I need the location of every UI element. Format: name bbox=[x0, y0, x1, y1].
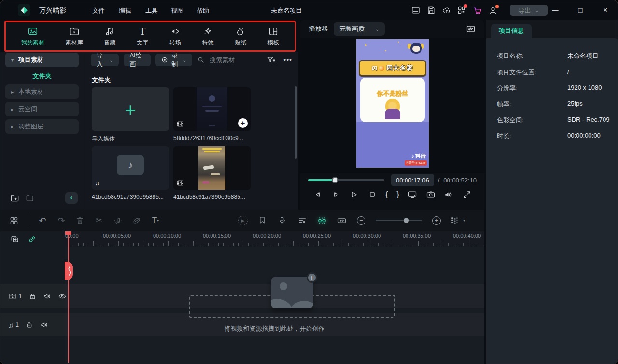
lock-icon[interactable] bbox=[28, 292, 37, 301]
store-cart-icon[interactable] bbox=[473, 5, 482, 15]
save-icon[interactable] bbox=[426, 5, 436, 15]
sidebar-item-folder[interactable]: 文件夹 bbox=[0, 72, 84, 81]
menu-file[interactable]: 文件 bbox=[92, 6, 105, 15]
tab-project-info[interactable]: 项目信息 bbox=[491, 24, 532, 38]
stop-icon[interactable] bbox=[367, 190, 377, 199]
play-icon[interactable] bbox=[349, 190, 359, 199]
track-height-icon[interactable] bbox=[449, 216, 459, 225]
second-display-icon[interactable] bbox=[407, 190, 417, 199]
close-button[interactable]: ✕ bbox=[600, 5, 611, 15]
seek-slider[interactable] bbox=[308, 179, 384, 181]
menu-edit[interactable]: 编辑 bbox=[119, 6, 131, 15]
playhead-handle[interactable] bbox=[65, 262, 73, 280]
subtitle-list-icon[interactable] bbox=[297, 216, 307, 225]
project-info-body: 项目名称: 未命名项目 项目文件位置: / 分辨率: 1920 x 1080 帧… bbox=[486, 38, 618, 364]
tab-stickers[interactable]: 贴纸 bbox=[235, 26, 246, 47]
undo-icon[interactable]: ↶ bbox=[38, 216, 47, 225]
snapshot-camera-icon[interactable] bbox=[426, 190, 435, 199]
media-item-label: 导入媒体 bbox=[92, 135, 169, 143]
sidebar-item-project-media[interactable]: ▾ 项目素材 bbox=[5, 53, 79, 67]
workspace-layout-icon[interactable] bbox=[411, 5, 421, 15]
new-folder-icon[interactable] bbox=[10, 193, 20, 203]
sidebar-item-cloud-space[interactable]: ▸ 云空间 bbox=[5, 102, 79, 116]
next-frame-icon[interactable] bbox=[331, 190, 341, 199]
media-item-video[interactable]: + bbox=[173, 87, 251, 131]
mute-speaker-icon[interactable] bbox=[40, 321, 49, 329]
cloud-upload-icon[interactable] bbox=[442, 5, 451, 15]
folder-icon[interactable] bbox=[26, 194, 34, 202]
search-input[interactable] bbox=[209, 56, 262, 64]
seek-fill bbox=[308, 179, 335, 181]
media-item-audio[interactable]: ♪ ♫ bbox=[92, 146, 169, 190]
field-label: 项目名称: bbox=[497, 52, 524, 60]
filter-icon[interactable] bbox=[267, 56, 276, 65]
ai-painting-button[interactable]: AI绘画 bbox=[124, 54, 151, 66]
quality-select[interactable]: 完整画质 ⌄ bbox=[334, 22, 385, 36]
media-folder-icon bbox=[69, 26, 80, 37]
voiceover-mic-icon[interactable] bbox=[278, 216, 287, 225]
fullscreen-icon[interactable] bbox=[462, 190, 472, 199]
project-info-panel: 项目信息 项目名称: 未命名项目 项目文件位置: / 分辨率: 1920 x 1… bbox=[486, 20, 618, 364]
redo-icon[interactable]: ↷ bbox=[56, 216, 66, 225]
add-to-timeline-button[interactable]: + bbox=[238, 118, 248, 128]
mark-in-icon[interactable]: { bbox=[385, 190, 388, 199]
video-preview[interactable]: ✦ ✦ ✦ ✦ ✦ 闪 四大名著 你不是粉丝 bbox=[356, 39, 429, 168]
record-button[interactable]: 录制 ⌄ bbox=[155, 54, 192, 66]
hide-track-eye-icon[interactable] bbox=[58, 292, 67, 301]
import-media-tile[interactable]: ＋ bbox=[92, 87, 169, 131]
export-button[interactable]: 导出 ⌄ bbox=[510, 5, 548, 16]
maximize-button[interactable]: □ bbox=[575, 5, 586, 15]
more-options-icon[interactable]: ••• bbox=[283, 56, 292, 64]
zoom-knob[interactable] bbox=[404, 218, 409, 223]
tab-templates[interactable]: 模板 bbox=[267, 26, 279, 47]
player-controls: { } bbox=[300, 190, 484, 199]
previous-frame-icon[interactable] bbox=[313, 190, 323, 199]
marker-icon[interactable] bbox=[258, 216, 267, 225]
plugins-grid-icon[interactable] bbox=[457, 5, 466, 15]
tab-effects[interactable]: 特效 bbox=[202, 26, 214, 47]
media-scrollbar[interactable] bbox=[295, 86, 297, 159]
menu-view[interactable]: 视图 bbox=[171, 6, 183, 15]
fit-timeline-icon[interactable] bbox=[337, 216, 347, 225]
timeline-layout-icon[interactable] bbox=[9, 216, 19, 225]
lock-icon[interactable] bbox=[25, 321, 34, 329]
sidebar-item-adjustment-layer[interactable]: ▸ 调整图层 bbox=[5, 119, 79, 134]
detach-audio-icon[interactable] bbox=[113, 216, 123, 225]
chevron-down-icon[interactable]: ▾ bbox=[463, 218, 465, 223]
field-label: 时长: bbox=[497, 132, 511, 140]
zoom-in-icon[interactable]: + bbox=[432, 216, 441, 225]
delete-icon[interactable] bbox=[75, 216, 85, 225]
transition-arrows-icon bbox=[170, 26, 181, 37]
seek-knob[interactable] bbox=[332, 177, 338, 183]
tab-text[interactable]: T 文字 bbox=[137, 26, 148, 47]
playhead-line[interactable] bbox=[68, 231, 69, 363]
import-button[interactable]: 导入 ⌄ bbox=[91, 54, 119, 66]
volume-icon[interactable] bbox=[444, 190, 453, 199]
add-clip-to-track-icon[interactable] bbox=[10, 235, 19, 244]
smart-edit-tool-icon[interactable] bbox=[317, 216, 327, 225]
scopes-waveform-icon[interactable] bbox=[466, 24, 476, 34]
plus-badge-icon: + bbox=[307, 272, 317, 283]
render-preview-icon[interactable]: ▶ bbox=[238, 216, 248, 225]
collapse-sidebar-button[interactable]: ‹ bbox=[65, 192, 78, 204]
tab-transitions[interactable]: 转场 bbox=[169, 26, 181, 47]
account-icon[interactable] bbox=[488, 5, 498, 15]
minimize-button[interactable]: — bbox=[550, 5, 561, 15]
tab-stock-library[interactable]: 素材库 bbox=[66, 26, 83, 47]
menu-tools[interactable]: 工具 bbox=[145, 6, 158, 15]
mark-out-icon[interactable]: } bbox=[396, 190, 399, 199]
link-clips-icon[interactable] bbox=[28, 235, 37, 244]
media-item-video[interactable] bbox=[173, 146, 251, 190]
tab-audio[interactable]: 音频 bbox=[104, 26, 115, 47]
menu-help[interactable]: 帮助 bbox=[197, 6, 209, 15]
tab-label: 素材库 bbox=[66, 39, 83, 47]
sidebar-item-local-media[interactable]: ▸ 本地素材 bbox=[5, 84, 79, 99]
split-scissors-icon[interactable]: ✂ bbox=[94, 216, 104, 225]
add-text-icon[interactable]: T▾ bbox=[151, 216, 160, 225]
mute-speaker-icon[interactable] bbox=[43, 292, 52, 301]
label-tag-icon[interactable] bbox=[132, 216, 141, 225]
zoom-out-icon[interactable]: − bbox=[357, 216, 365, 225]
tab-my-media[interactable]: 我的素材 bbox=[21, 26, 44, 47]
timeline-zoom-slider[interactable] bbox=[376, 220, 422, 221]
timeline-ruler[interactable]: 00:00 00:00:05:00 00:00:10:00 00:00:15:0… bbox=[65, 231, 484, 247]
